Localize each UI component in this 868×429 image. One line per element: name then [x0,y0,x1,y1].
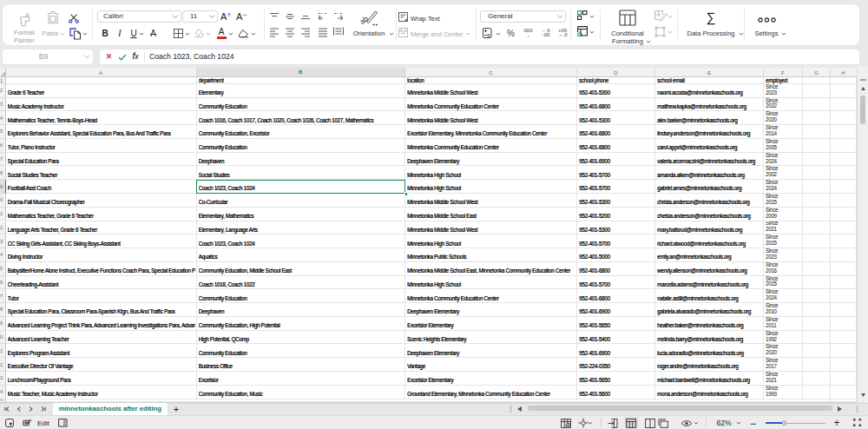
svg-text:B: B [487,33,490,38]
